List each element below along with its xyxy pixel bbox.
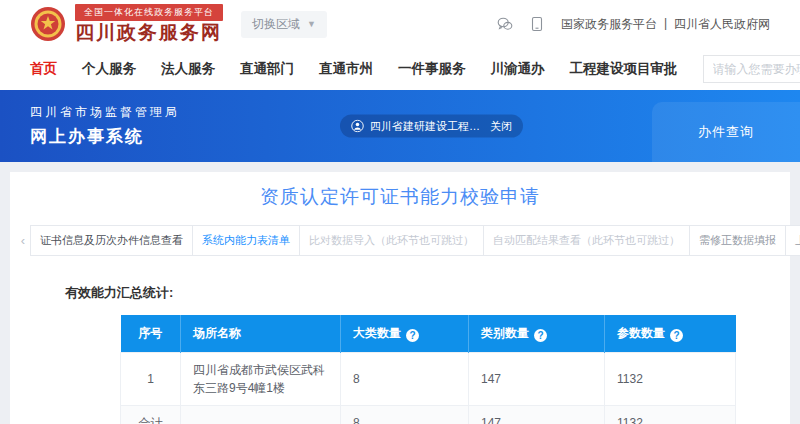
chevron-down-icon: ▼ bbox=[307, 19, 316, 29]
cell-category-count: 147 bbox=[469, 353, 605, 406]
logged-in-user-pill: 四川省建研建设工程质... 关闭 bbox=[340, 115, 523, 138]
table-total-row: 合计 8 147 1132 bbox=[121, 406, 736, 424]
nav-item-legal[interactable]: 法人服务 bbox=[161, 60, 215, 78]
org-name: 四川省市场监督管理局 bbox=[30, 104, 180, 121]
mobile-app-icon[interactable] bbox=[529, 16, 545, 32]
search-input[interactable] bbox=[703, 55, 800, 83]
cell-place bbox=[181, 406, 341, 424]
nav-item-home[interactable]: 首页 bbox=[30, 60, 57, 78]
tab-correction-fill[interactable]: 需修正数据填报 bbox=[689, 225, 786, 256]
cell-param-count: 1132 bbox=[605, 353, 736, 406]
nav-item-one-thing[interactable]: 一件事服务 bbox=[398, 60, 466, 78]
col-header-major-count: 大类数量? bbox=[341, 315, 469, 353]
col-header-index: 序号 bbox=[121, 315, 181, 353]
cell-index: 1 bbox=[121, 353, 181, 406]
table-row: 1 四川省成都市武侯区武科东三路9号4幢1楼 8 147 1132 bbox=[121, 353, 736, 406]
nav-item-personal[interactable]: 个人服务 bbox=[82, 60, 136, 78]
cell-param-count: 1132 bbox=[605, 406, 736, 424]
col-header-category-count: 类别数量? bbox=[469, 315, 605, 353]
tabs-scroll-left-icon[interactable]: ‹ bbox=[15, 233, 31, 248]
region-switcher[interactable]: 切换区域 ▼ bbox=[241, 11, 327, 38]
national-emblem-icon bbox=[30, 6, 66, 42]
help-icon[interactable]: ? bbox=[670, 329, 683, 342]
section-title: 有效能力汇总统计: bbox=[65, 284, 790, 302]
search-bar: 检索 bbox=[703, 55, 800, 83]
region-switcher-label: 切换区域 bbox=[252, 16, 300, 33]
tab-certificate-info[interactable]: 证书信息及历次办件信息查看 bbox=[30, 225, 193, 256]
cell-total-label: 合计 bbox=[121, 406, 181, 424]
cell-major-count: 8 bbox=[341, 353, 469, 406]
cell-category-count: 147 bbox=[469, 406, 605, 424]
col-header-param-count: 参数数量? bbox=[605, 315, 736, 353]
help-icon[interactable]: ? bbox=[534, 329, 547, 342]
nav-item-departments[interactable]: 直通部门 bbox=[240, 60, 294, 78]
cell-place: 四川省成都市武侯区武科东三路9号4幢1楼 bbox=[181, 353, 341, 406]
main-nav: 首页 个人服务 法人服务 直通部门 直通市州 一件事服务 川渝通办 工程建设项目… bbox=[0, 48, 800, 90]
user-name: 四川省建研建设工程质... bbox=[370, 119, 482, 134]
close-session-button[interactable]: 关闭 bbox=[490, 119, 512, 134]
user-icon bbox=[351, 120, 364, 133]
tab-data-import[interactable]: 比对数据导入（此环节也可跳过） bbox=[299, 225, 484, 256]
page-title: 资质认定许可证书能力校验申请 bbox=[10, 184, 790, 210]
site-brand: 全国一体化在线政务服务平台 四川政务服务网 bbox=[30, 4, 223, 44]
site-title: 四川政务服务网 bbox=[75, 23, 223, 44]
case-query-entry[interactable]: 办件查询 bbox=[652, 102, 800, 162]
tab-auto-match-result[interactable]: 自动匹配结果查看（此环节也可跳过） bbox=[483, 225, 690, 256]
tab-capability-list[interactable]: 系统内能力表清单 bbox=[192, 225, 300, 256]
wechat-icon[interactable] bbox=[497, 16, 513, 32]
col-header-place: 场所名称 bbox=[181, 315, 341, 353]
cell-major-count: 8 bbox=[341, 406, 469, 424]
step-tabs: ‹ 证书信息及历次办件信息查看 系统内能力表清单 比对数据导入（此环节也可跳过）… bbox=[15, 225, 785, 256]
links-divider: | bbox=[664, 16, 667, 33]
nav-item-chuanyu[interactable]: 川渝通办 bbox=[491, 60, 545, 78]
capability-summary-table: 序号 场所名称 大类数量? 类别数量? 参数数量? 1 四川省成都市武侯区武科东… bbox=[120, 315, 736, 424]
system-name: 网上办事系统 bbox=[30, 125, 180, 148]
top-bar: 全国一体化在线政务服务平台 四川政务服务网 切换区域 ▼ 国家政务服务平台 | … bbox=[0, 0, 800, 48]
nav-item-construction-approval[interactable]: 工程建设项目审批 bbox=[570, 60, 678, 78]
link-sichuan-gov[interactable]: 四川省人民政府网 bbox=[674, 16, 770, 33]
content-card: 资质认定许可证书能力校验申请 ‹ 证书信息及历次办件信息查看 系统内能力表清单 … bbox=[10, 172, 790, 424]
platform-badge: 全国一体化在线政务服务平台 bbox=[75, 4, 223, 21]
link-national-platform[interactable]: 国家政务服务平台 bbox=[561, 16, 657, 33]
system-banner: 四川省市场监督管理局 网上办事系统 四川省建研建设工程质... 关闭 办件查询 bbox=[0, 90, 800, 162]
nav-item-cities[interactable]: 直通市州 bbox=[319, 60, 373, 78]
tab-upload-evidence[interactable]: 上传佐证 bbox=[785, 225, 800, 256]
table-header-row: 序号 场所名称 大类数量? 类别数量? 参数数量? bbox=[121, 315, 736, 353]
help-icon[interactable]: ? bbox=[406, 329, 419, 342]
